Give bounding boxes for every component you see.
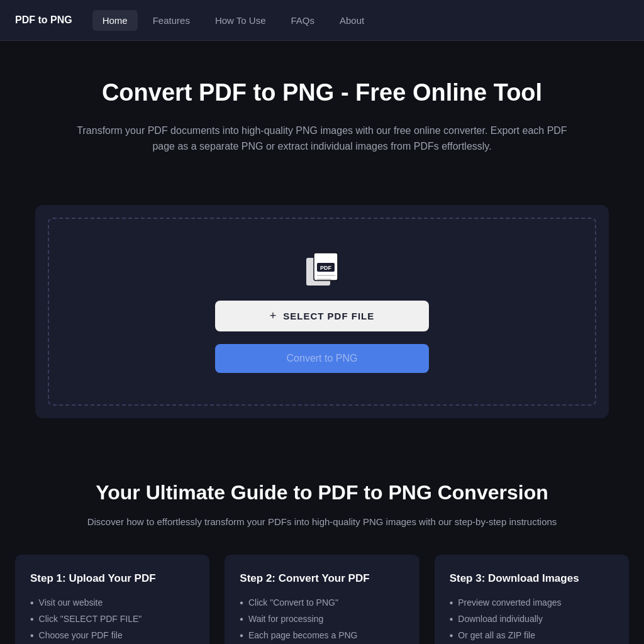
list-item: Or get all as ZIP file	[450, 628, 614, 644]
nav-link-faqs[interactable]: FAQs	[280, 10, 325, 31]
nav-links: Home Features How To Use FAQs About	[92, 10, 375, 31]
list-item: Preview converted images	[450, 595, 614, 611]
guide-section: Your Ultimate Guide to PDF to PNG Conver…	[0, 456, 644, 644]
list-item: Visit our website	[30, 595, 194, 611]
nav-link-features[interactable]: Features	[143, 10, 200, 31]
hero-section: Convert PDF to PNG - Free Online Tool Tr…	[0, 41, 644, 205]
step-card-3: Step 3: Download ImagesPreview converted…	[435, 555, 629, 644]
list-item: Wait for processing	[240, 611, 404, 628]
upload-container: PDF + SELECT PDF FILE Convert to PNG	[20, 205, 624, 418]
select-pdf-label: SELECT PDF FILE	[283, 311, 374, 321]
step-title-1: Step 1: Upload Your PDF	[30, 572, 194, 585]
hero-title: Convert PDF to PNG - Free Online Tool	[15, 79, 629, 108]
step-list-1: Visit our websiteClick "SELECT PDF FILE"…	[30, 595, 194, 644]
list-item: Download individually	[450, 611, 614, 628]
nav-link-about[interactable]: About	[330, 10, 374, 31]
nav-link-home[interactable]: Home	[92, 10, 138, 31]
plus-icon: +	[270, 309, 277, 323]
nav-brand: PDF to PNG	[15, 14, 72, 26]
step-list-2: Click "Convert to PNG"Wait for processin…	[240, 595, 404, 644]
convert-button[interactable]: Convert to PNG	[215, 344, 429, 373]
step-card-1: Step 1: Upload Your PDFVisit our website…	[15, 555, 209, 644]
pdf-icon: PDF	[303, 250, 341, 288]
select-pdf-button[interactable]: + SELECT PDF FILE	[215, 301, 429, 331]
upload-box: PDF + SELECT PDF FILE Convert to PNG	[35, 205, 609, 418]
list-item: Click "SELECT PDF FILE"	[30, 611, 194, 628]
svg-text:PDF: PDF	[320, 265, 332, 271]
list-item: Each page becomes a PNG	[240, 628, 404, 644]
hero-subtitle: Transform your PDF documents into high-q…	[70, 123, 574, 155]
guide-title: Your Ultimate Guide to PDF to PNG Conver…	[15, 481, 629, 504]
step-title-2: Step 2: Convert Your PDF	[240, 572, 404, 585]
navbar: PDF to PNG Home Features How To Use FAQs…	[0, 0, 644, 41]
list-item: Click "Convert to PNG"	[240, 595, 404, 611]
upload-dropzone[interactable]: PDF + SELECT PDF FILE Convert to PNG	[48, 218, 596, 406]
nav-link-how-to-use[interactable]: How To Use	[205, 10, 276, 31]
step-card-2: Step 2: Convert Your PDFClick "Convert t…	[225, 555, 419, 644]
list-item: Choose your PDF file	[30, 628, 194, 644]
guide-subtitle: Discover how to effortlessly transform y…	[15, 514, 629, 530]
convert-label: Convert to PNG	[287, 353, 358, 364]
step-title-3: Step 3: Download Images	[450, 572, 614, 585]
steps-grid: Step 1: Upload Your PDFVisit our website…	[15, 555, 629, 644]
step-list-3: Preview converted imagesDownload individ…	[450, 595, 614, 644]
